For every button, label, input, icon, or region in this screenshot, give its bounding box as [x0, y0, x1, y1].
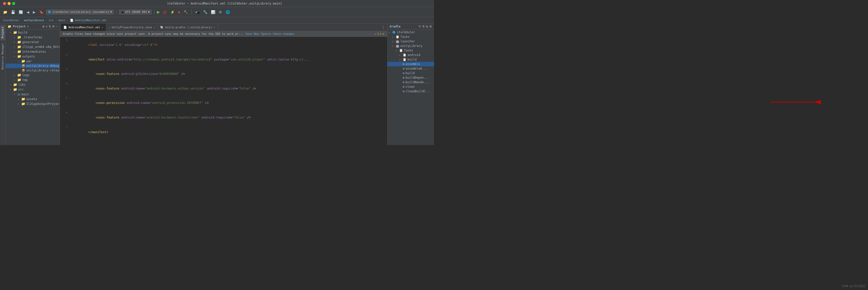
code-editor[interactable]: 1 <?xml version="1.0" encoding="utf-8"?>… — [60, 37, 387, 145]
sync-button[interactable]: 🔄 — [18, 9, 24, 14]
unitylibrary-icon: 🤖 — [396, 44, 399, 48]
minimize-button[interactable] — [7, 2, 10, 5]
gradle-refresh-button[interactable]: ↻ — [418, 25, 421, 28]
gradle-sync-button[interactable]: 🔨 — [183, 9, 189, 14]
editor-area: 📄 AndroidManifest.xml ✕ ☕ UnityPlayerAct… — [60, 24, 387, 145]
gradle-item-clean[interactable]: ⚙ clean — [388, 84, 434, 89]
code-line-3: 3 <uses-feature android:glEsVersion="0x0… — [60, 67, 387, 81]
gradle-item-cleanBuildC[interactable]: ⚙ cleanBuildC... — [388, 89, 434, 94]
settings-btn[interactable]: ⚙ — [218, 9, 223, 14]
translate-button[interactable]: 🌐 — [224, 9, 231, 14]
breadcrumb-unityLibrary[interactable]: unityLibrary — [24, 19, 44, 22]
code-line-7: 7 </manifest> — [60, 125, 387, 140]
tree-item-src[interactable]: ▾ 📁 src — [5, 87, 60, 92]
profiler-button[interactable]: 📊 — [210, 9, 216, 14]
gradle-link-button[interactable]: ⇅ — [422, 25, 425, 28]
tree-item-assets[interactable]: ▸ 📁 assets — [5, 97, 60, 101]
android-tasks-icon: 📋 — [403, 53, 406, 57]
gradle-item-assembleA[interactable]: ⚙ assembleA... — [388, 66, 434, 71]
build-group-icon: 📋 — [403, 58, 406, 61]
gradle-expand-button[interactable]: ⇆ — [426, 25, 428, 28]
gear-assemble-icon: ⚙ — [403, 62, 404, 66]
tree-item-tmp[interactable]: ▸ 📁 tmp — [5, 77, 60, 82]
code-line-5: 5 <uses-permission android:name="android… — [60, 96, 387, 110]
breadcrumb: italkOuter › unityLibrary › src › main ›… — [0, 17, 434, 24]
debug-button[interactable]: 🐞 — [161, 9, 168, 14]
tree-item-debug-aar[interactable]: 📦 unityLibrary-debug.aar — [5, 64, 60, 68]
stop-button[interactable]: ■ — [177, 9, 181, 14]
gradle-item-buildDepen[interactable]: ⚙ buildDepen... — [388, 75, 434, 80]
module-dropdown-label: italkOuter:unityLibrary [assemble] — [52, 10, 109, 13]
minimize-panel-button[interactable]: − — [56, 25, 58, 28]
bookmark-button[interactable]: 🔖 — [38, 9, 44, 14]
gradle-item-unitylibrary[interactable]: ▾ 🤖 unityLibrary — [388, 44, 434, 48]
tree-item-il2cpp[interactable]: ▸ 📁 il2cpp_arm64-v8a_Release — [5, 44, 60, 49]
sync-now-link[interactable]: Sync Now — [246, 32, 259, 36]
breadcrumb-main[interactable]: main — [58, 19, 65, 22]
toolbar: 📁 💾 🔄 ◀ ▶ 🔖 🔷 italkOuter:unityLibrary [a… — [0, 7, 434, 17]
gradle-settings-button[interactable]: ⚙ — [429, 25, 432, 28]
device-dropdown[interactable]: 📱 QTI ZEEKR 001 ▼ — [119, 9, 152, 14]
module-dropdown[interactable]: 🔷 italkOuter:unityLibrary [assemble] ▼ — [46, 9, 114, 14]
toolbar-separator-1 — [116, 9, 117, 14]
settings-gear-button[interactable]: ⚙ — [52, 25, 55, 28]
gradle-item-launcher[interactable]: ▸ 🤖 launcher — [388, 39, 434, 44]
tab-buildgradle[interactable]: 🐘 build.gradle (:unityLibrary) ✕ — [158, 24, 218, 31]
tab-more-button[interactable]: ⋮ — [380, 25, 386, 30]
close-button[interactable] — [3, 2, 6, 5]
run-button[interactable]: ▶ — [157, 9, 160, 14]
ignore-changes-link[interactable]: Ignore these changes — [261, 32, 294, 36]
breadcrumb-androidmanifest[interactable]: AndroidManifest.xml — [75, 19, 107, 22]
project-tree: ▾ 📁 build ▸ 📁 .transforms ▸ 📁 generated — [5, 30, 60, 145]
gradle-item-ul-tasks[interactable]: ▾ 📋 Tasks — [388, 48, 434, 53]
tab-unityplayer-close[interactable]: ✕ — [153, 26, 155, 29]
tree-item-intermediates[interactable]: ▸ 📁 intermediates — [5, 49, 60, 54]
tab-buildgradle-close[interactable]: ✕ — [214, 26, 215, 29]
vtab-project[interactable]: Project — [0, 25, 5, 40]
ul-tasks-icon: 📋 — [399, 49, 403, 52]
tree-item-logs[interactable]: ▸ 📁 logs — [5, 73, 60, 77]
breadcrumb-src[interactable]: src — [49, 19, 54, 22]
tree-item-libs[interactable]: ▸ 📁 libs — [5, 82, 60, 87]
gradle-item-tasks-root[interactable]: ▸ 📋 Tasks — [388, 35, 434, 39]
java-icon: ☕ — [108, 26, 111, 29]
sdk-button[interactable]: 🔧 — [202, 9, 209, 14]
tree-item-outputs[interactable]: ▾ 📁 outputs — [5, 54, 60, 59]
tab-androidmanifest-close[interactable]: ✕ — [102, 26, 103, 29]
code-line-1: 1 <?xml version="1.0" encoding="utf-8"?> — [60, 38, 387, 52]
code-line-4: 4 <uses-feature android:name="android.ha… — [60, 81, 387, 96]
gear-buildDepen-icon: ⚙ — [403, 76, 404, 79]
tree-item-aar[interactable]: ▾ 📁 aar — [5, 59, 60, 64]
forward-button[interactable]: ▶ — [32, 9, 37, 14]
tree-item-transforms[interactable]: ▸ 📁 .transforms — [5, 35, 60, 40]
tree-item-release-aar[interactable]: 📦 unityLibrary-release.aar — [5, 68, 60, 73]
avd-button[interactable]: 📲 — [194, 9, 200, 14]
gradle-icon: 🐘 — [160, 26, 164, 29]
gradle-panel-header: Gradle ↻ ⇅ ⇆ ⚙ — [388, 24, 434, 30]
gradle-item-italkouter[interactable]: ▾ 🔷 italkOuter — [388, 30, 434, 35]
project-panel-header: 📁 Project ▼ ⊕ ≡ ⇅ ⚙ − — [5, 24, 60, 30]
tree-item-main[interactable]: ▾ 🗂 main — [5, 92, 60, 97]
expand-all-button[interactable]: ⇅ — [49, 25, 51, 28]
breadcrumb-italkOuter[interactable]: italkOuter — [2, 19, 19, 22]
back-button[interactable]: ◀ — [26, 9, 30, 14]
gear-clean-icon: ⚙ — [403, 85, 404, 88]
maximize-button[interactable] — [12, 2, 15, 5]
vtab-resource-manager[interactable]: Resource Manager — [0, 41, 5, 72]
gradle-item-build-group[interactable]: ▾ 📋 build — [388, 57, 434, 62]
locate-file-button[interactable]: ⊕ — [42, 25, 45, 28]
tab-androidmanifest[interactable]: 📄 AndroidManifest.xml ✕ — [61, 24, 106, 31]
gradle-item-buildNeede[interactable]: ⚙ buildNeede... — [388, 80, 434, 84]
collapse-all-button[interactable]: ≡ — [46, 25, 48, 28]
tab-unityplayer[interactable]: ☕ UnityPlayerActivity.java ✕ — [106, 24, 158, 31]
open-folder-button[interactable]: 📁 — [2, 9, 8, 14]
tree-item-il2cppoutput[interactable]: ▸ 📁 Il2CppOutputProject — [5, 101, 60, 106]
gradle-item-assemble[interactable]: ⚙ assemble — [388, 62, 434, 66]
gradle-item-android[interactable]: ▸ 📋 android — [388, 53, 434, 57]
tree-item-build[interactable]: ▾ 📁 build — [5, 30, 60, 35]
profile-button[interactable]: ⚡ — [169, 9, 176, 14]
tab-androidmanifest-label: AndroidManifest.xml — [68, 26, 100, 29]
tree-item-generated[interactable]: ▸ 📁 generated — [5, 40, 60, 44]
save-button[interactable]: 💾 — [10, 9, 16, 14]
gradle-item-build-task[interactable]: ⚙ build — [388, 71, 434, 75]
